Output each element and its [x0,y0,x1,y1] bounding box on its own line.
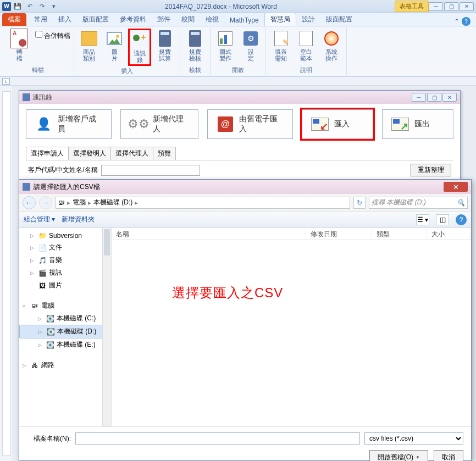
tree-music[interactable]: ▷🎵音樂 [19,254,111,266]
ribbon-group-review: 規費 檢核 檢核 [180,27,211,75]
fee-check-button[interactable]: 規費 檢核 [184,29,207,65]
blank-template-button[interactable]: 空白 範本 [295,29,318,65]
tab-references[interactable]: 參考資料 [114,13,152,26]
blank-icon [300,31,313,46]
tab-home[interactable]: 常用 [29,13,53,26]
tree-drive-e[interactable]: ▷💽本機磁碟 (E:) [19,338,111,351]
col-date[interactable]: 修改日期 [306,228,372,240]
customer-code-input[interactable] [101,165,200,176]
subtab-agent[interactable]: 選擇代理人 [110,147,153,160]
contacts-close[interactable]: ✕ [442,93,457,102]
ribbon-group-convert: 轉 檔 合併轉檔 轉檔 [2,27,74,75]
system-help-button[interactable]: 系統 操作 [320,29,343,65]
nav-refresh-button[interactable]: ↻ [353,197,366,209]
subtab-preview[interactable]: 預覽 [153,147,176,160]
cancel-button[interactable]: 取消 [434,450,463,461]
file-type-filter[interactable]: csv files (*.csv) [364,432,463,445]
fill-guide-button[interactable]: 填表 需知 [269,29,292,65]
chevron-right-icon[interactable]: ▸ [88,199,91,207]
undo-icon[interactable]: ↶ [25,2,34,11]
import-old-button[interactable]: @ 由舊電子匯入 [207,109,293,139]
file-toolbar: 組合管理 ▾ 新增資料夾 ☰ ▾ ◫ ? [19,212,471,228]
file-dialog-title-bar[interactable]: 請選擇欲匯入的CSV檔 ✕ [19,180,471,194]
tab-view[interactable]: 檢視 [200,13,224,26]
context-tab-table-tools[interactable]: 表格工具 [395,1,429,12]
chevron-down-icon[interactable]: ▼ [416,455,420,460]
chart-maker-button[interactable]: 圖式 製作 [214,29,237,65]
export-button[interactable]: 匯出 [382,109,453,139]
tree-computer[interactable]: ▿🖳電腦 [19,299,111,312]
save-icon[interactable]: 💾 [13,2,22,11]
close-button[interactable]: ✕ [460,2,474,11]
file-tab[interactable]: 檔案 [2,13,26,26]
nav-forward-button[interactable]: → [39,196,52,209]
view-mode-button[interactable]: ☰ ▾ [416,214,429,225]
chevron-right-icon[interactable]: ▸ [135,199,138,207]
tree-network[interactable]: ▷🖧網路 [19,359,111,371]
tab-mailings[interactable]: 郵件 [152,13,176,26]
minimize-button[interactable]: ─ [429,2,443,11]
filename-input[interactable] [75,432,360,445]
tree-videos[interactable]: ▷🎬視訊 [19,266,111,279]
video-icon: 🎬 [38,269,47,277]
tree-scrollbar[interactable] [102,228,111,426]
person-add-icon: 👤 [34,116,53,132]
help-button[interactable]: ? [456,214,467,225]
tab-design[interactable]: 設計 [296,13,320,26]
refresh-button[interactable]: 重新整理 [411,164,451,176]
file-dialog-close[interactable]: ✕ [444,182,468,192]
import-button[interactable]: 匯入 [302,109,373,139]
convert-button[interactable]: 轉 檔 [5,29,33,65]
help-icon[interactable]: ? [462,17,471,26]
contacts-maximize[interactable]: ▢ [427,93,441,102]
restore-button[interactable]: ▢ [444,2,458,11]
tree-documents[interactable]: ▷📄文件 [19,241,111,254]
qat-dropdown-icon[interactable]: ▾ [49,2,58,11]
merge-convert-checkbox[interactable]: 合併轉檔 [35,31,70,42]
col-name[interactable]: 名稱 [112,228,306,240]
contacts-button[interactable]: 通訊 錄 [128,29,151,66]
tab-layout-2[interactable]: 版面配置 [320,13,358,26]
product-category-button[interactable]: 商品 類別 [78,29,101,66]
open-file-button[interactable]: 開啟舊檔(O)▼ [369,450,428,461]
redo-icon[interactable]: ↷ [37,2,46,11]
new-customer-button[interactable]: 👤 新增客戶成員 [26,109,112,139]
chevron-right-icon[interactable]: ▸ [67,199,70,207]
new-agent-button[interactable]: ⚙⚙ 新增代理人 [120,109,198,139]
tree-subversion[interactable]: ▷📁Subversion [19,230,111,241]
merge-convert-input[interactable] [35,31,42,38]
computer-icon: 🖳 [58,199,65,207]
tab-insert[interactable]: 插入 [53,13,77,26]
word-title-bar: W 💾 ↶ ↷ ▾ 2014FAQ_0729.docx - Microsoft … [0,0,476,13]
file-list-content[interactable]: 選擇要匯入之CSV [112,240,471,426]
tree-pictures[interactable]: 🖼圖片 [19,279,111,292]
settings-button[interactable]: ⚙設 定 [239,29,262,65]
preview-pane-button[interactable]: ◫ [436,214,449,225]
minimize-ribbon-icon[interactable]: ⌃ [454,18,460,25]
contacts-minimize[interactable]: ─ [412,93,426,102]
fee-calc-button[interactable]: 規費 試算 [153,29,176,66]
tree-drive-d[interactable]: ▷💽本機磁碟 (D:) [19,325,111,338]
nav-back-button[interactable]: ← [23,196,36,209]
tab-review[interactable]: 校閱 [176,13,200,26]
tab-ipo[interactable]: 智慧局 [264,13,296,26]
contacts-title-bar[interactable]: 通訊錄 ─ ▢ ✕ [19,91,460,104]
organize-menu[interactable]: 組合管理 ▾ [24,215,55,224]
crumb-drive-d[interactable]: 本機磁碟 (D:) [93,198,132,207]
picture-button[interactable]: 圖 片 [103,29,126,66]
tab-layout[interactable]: 版面配置 [77,13,114,26]
document-icon: 📄 [38,244,47,252]
search-input[interactable]: 搜尋 本機磁碟 (D:) 🔍 [369,197,468,209]
col-type[interactable]: 類型 [372,228,427,240]
tree-drive-c[interactable]: ▷💽本機磁碟 (C:) [19,312,111,325]
ribbon-tab-strip: 檔案 常用 插入 版面配置 參考資料 郵件 校閱 檢視 MathType 智慧局… [0,13,476,26]
tab-mathtype[interactable]: MathType [224,15,264,26]
ruler-toggle[interactable]: L [2,78,10,85]
crumb-computer[interactable]: 電腦 [73,198,86,207]
subtab-applicant[interactable]: 選擇申請人 [26,147,69,160]
subtab-inventor[interactable]: 選擇發明人 [68,147,111,160]
col-size[interactable]: 大小 [427,228,471,240]
search-icon: 🔍 [457,199,465,207]
new-folder-button[interactable]: 新增資料夾 [62,215,95,224]
breadcrumb[interactable]: 🖳 ▸ 電腦 ▸ 本機磁碟 (D:) ▸ [56,197,350,209]
